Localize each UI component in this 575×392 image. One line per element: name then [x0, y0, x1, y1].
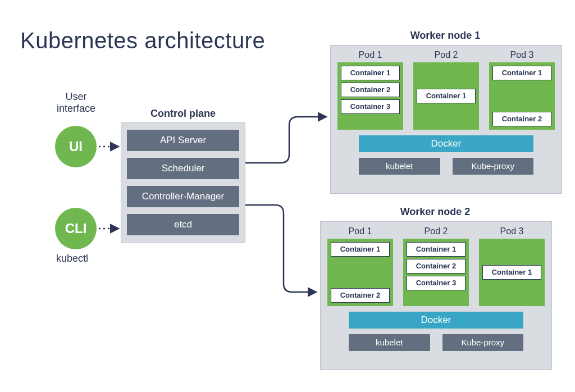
- container: Container 3: [341, 99, 400, 114]
- container: Container 2: [492, 112, 551, 126]
- container: Container 2: [407, 259, 466, 274]
- cp-etcd: etcd: [127, 214, 239, 235]
- container: Container 1: [492, 66, 551, 80]
- worker1-box: Pod 1Container 1Container 2Container 3Po…: [330, 45, 562, 194]
- pod-column: Pod 3Container 1Container 2: [489, 50, 555, 130]
- pod-label: Pod 2: [413, 50, 479, 60]
- pod-column: Pod 1Container 1Container 2: [327, 226, 393, 306]
- cp-controller: Controller-Manager: [127, 186, 239, 207]
- pod: Container 1Container 2Container 3: [337, 62, 403, 130]
- container: Container 1: [417, 89, 476, 103]
- pod-column: Pod 2Container 1: [413, 50, 479, 130]
- container: Container 1: [407, 242, 466, 257]
- pod: Container 1: [413, 62, 479, 130]
- pod: Container 1Container 2: [489, 62, 555, 130]
- container: Container 3: [407, 276, 466, 290]
- container: Container 2: [331, 288, 390, 303]
- control-plane-box: API Server Scheduler Controller-Manager …: [121, 122, 245, 243]
- pod-column: Pod 3Container 1: [479, 226, 545, 306]
- user-interface-heading: Userinterface: [49, 91, 103, 115]
- docker-bar: Docker: [349, 312, 523, 329]
- pod-column: Pod 1Container 1Container 2Container 3: [337, 50, 403, 130]
- cp-scheduler: Scheduler: [127, 158, 239, 179]
- pod-label: Pod 2: [403, 226, 469, 236]
- container: Container 1: [482, 265, 541, 280]
- pod-label: Pod 1: [327, 226, 393, 236]
- ui-circle: UI: [55, 126, 97, 167]
- pod: Container 1Container 2Container 3: [403, 239, 469, 306]
- worker2-title: Worker node 2: [320, 206, 550, 218]
- docker-bar: Docker: [359, 135, 533, 152]
- kube-proxy-bar: Kube-proxy: [442, 334, 524, 351]
- container: Container 1: [341, 66, 400, 80]
- diagram-title: Kubernetes architecture: [20, 28, 265, 53]
- kubelet-bar: kubelet: [349, 334, 430, 351]
- worker2-box: Pod 1Container 1Container 2Pod 2Containe…: [320, 221, 552, 370]
- pod-label: Pod 3: [479, 226, 545, 236]
- container: Container 1: [331, 242, 390, 257]
- pod: Container 1: [479, 239, 545, 306]
- container: Container 2: [341, 83, 400, 97]
- pod: Container 1Container 2: [327, 239, 393, 306]
- kubectl-label: kubectl: [56, 253, 88, 265]
- pod-label: Pod 1: [337, 50, 403, 60]
- worker1-title: Worker node 1: [330, 30, 560, 42]
- cli-circle: CLI: [55, 208, 97, 249]
- kubelet-bar: kubelet: [359, 158, 440, 175]
- kube-proxy-bar: Kube-proxy: [453, 158, 534, 175]
- pod-column: Pod 2Container 1Container 2Container 3: [403, 226, 469, 306]
- pod-label: Pod 3: [489, 50, 555, 60]
- control-plane-heading: Control plane: [150, 108, 216, 120]
- cp-api-server: API Server: [127, 130, 239, 151]
